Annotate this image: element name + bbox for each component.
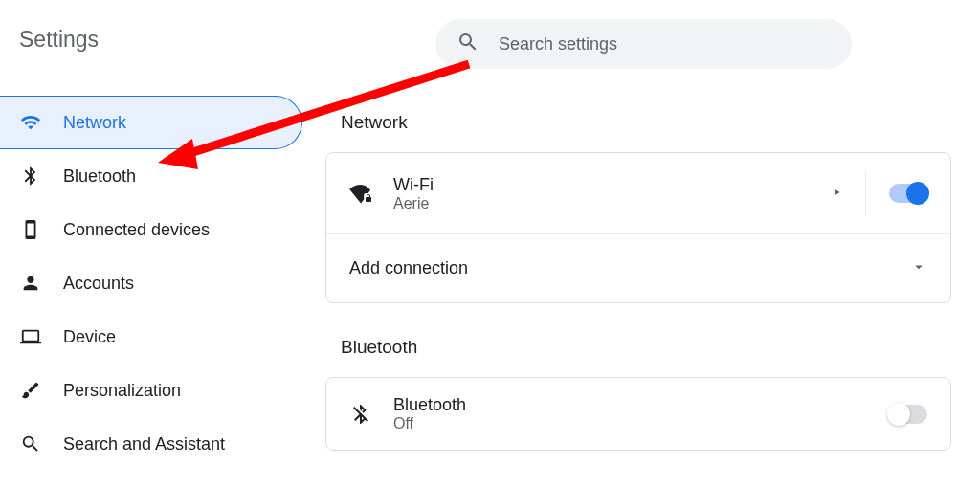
chevron-down-icon (910, 258, 927, 279)
wifi-actions (831, 170, 927, 216)
wifi-text: Wi-Fi Aerie (393, 175, 810, 212)
wifi-title: Wi-Fi (393, 175, 810, 195)
person-icon (19, 272, 42, 295)
add-connection-row[interactable]: Add connection (326, 233, 950, 302)
bluetooth-row[interactable]: Bluetooth Off (326, 378, 950, 450)
sidebar-item-personalization[interactable]: Personalization (0, 364, 306, 417)
bluetooth-text: Bluetooth Off (393, 395, 868, 432)
network-card: Wi-Fi Aerie Add connection (325, 152, 951, 303)
sidebar-item-network[interactable]: Network (0, 96, 302, 149)
bluetooth-toggle[interactable] (889, 405, 927, 424)
arrow-right-icon[interactable] (831, 185, 842, 202)
divider (865, 170, 866, 216)
add-connection-label: Add connection (349, 258, 889, 278)
search-icon (457, 31, 479, 57)
bluetooth-off-icon (349, 403, 372, 426)
main-content: Network Wi-Fi Aerie (306, 0, 980, 486)
wifi-subtitle: Aerie (393, 195, 810, 212)
settings-title: Settings (0, 27, 306, 53)
wifi-toggle[interactable] (889, 184, 927, 203)
section-title-bluetooth: Bluetooth (325, 337, 951, 358)
sidebar-label: Bluetooth (63, 166, 136, 187)
wifi-icon (19, 111, 42, 134)
bluetooth-card: Bluetooth Off (325, 377, 951, 451)
sidebar-item-accounts[interactable]: Accounts (0, 256, 306, 310)
phone-icon (19, 218, 42, 241)
sidebar-label: Device (63, 327, 116, 347)
section-title-network: Network (325, 112, 951, 133)
bluetooth-title: Bluetooth (393, 395, 868, 415)
search-icon (19, 432, 42, 455)
wifi-lock-icon (349, 182, 372, 205)
sidebar-item-device[interactable]: Device (0, 310, 306, 364)
sidebar-label: Connected devices (63, 220, 210, 240)
sidebar-label: Network (63, 113, 126, 133)
sidebar-label: Personalization (63, 381, 181, 401)
wifi-row[interactable]: Wi-Fi Aerie (326, 153, 950, 233)
brush-icon (19, 379, 42, 402)
bluetooth-icon (19, 165, 42, 188)
sidebar-item-search-assistant[interactable]: Search and Assistant (0, 417, 306, 471)
search-bar[interactable] (435, 19, 852, 69)
sidebar-label: Accounts (63, 274, 134, 294)
search-input[interactable] (499, 34, 852, 55)
sidebar-item-bluetooth[interactable]: Bluetooth (0, 149, 306, 203)
sidebar-item-connected-devices[interactable]: Connected devices (0, 203, 306, 256)
sidebar-label: Search and Assistant (63, 434, 225, 454)
bluetooth-subtitle: Off (393, 415, 868, 432)
laptop-icon (19, 325, 42, 348)
sidebar: Settings Network Bluetooth Connected dev… (0, 0, 306, 486)
